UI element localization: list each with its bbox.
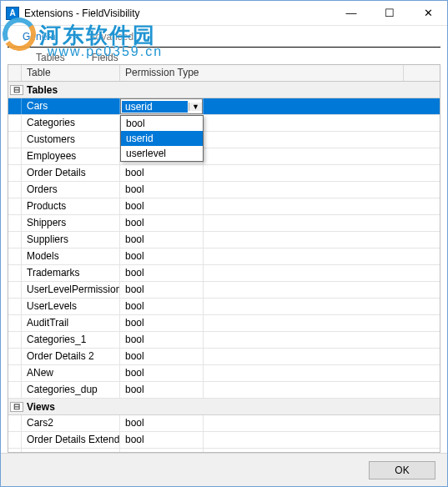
subtab-fields[interactable]: Fields	[78, 49, 132, 66]
titlebar: A Extensions - FieldVisibility — ☐ ✕	[1, 1, 447, 26]
cell-table-name: Order Details 2	[22, 349, 120, 364]
cell-permission-type[interactable]: bool	[120, 332, 204, 348]
cell-table-name: Trademarks	[22, 265, 120, 281]
combobox-value: userid	[122, 101, 188, 113]
subtab-tables[interactable]: Tables	[23, 49, 78, 66]
button-bar: OK	[1, 453, 447, 486]
cell-permission-type[interactable]: bool	[120, 415, 204, 431]
row-gutter	[8, 382, 22, 398]
dropdown-option[interactable]: bool	[121, 116, 203, 131]
cell-permission-type[interactable]: bool	[120, 315, 204, 331]
row-gutter	[8, 249, 22, 264]
row-gutter	[8, 365, 22, 381]
cell-permission-type[interactable]: bool	[120, 249, 204, 264]
window: 河东软件园 www.pc0359.cn A Extensions - Field…	[0, 0, 448, 487]
row-gutter	[8, 332, 22, 348]
permission-type-combobox[interactable]: userid▼	[120, 98, 203, 114]
group-toggle-icon[interactable]: ⊟	[10, 85, 23, 95]
cell-permission-type[interactable]: bool	[120, 382, 204, 398]
maximize-button[interactable]: ☐	[370, 1, 409, 25]
group-row[interactable]: ⊟Tables	[8, 82, 440, 98]
row-gutter	[8, 299, 22, 314]
cell-permission-type[interactable]: bool	[120, 232, 204, 248]
cell-table-name: Products	[22, 198, 120, 214]
table-row[interactable]: Employeesbool	[8, 148, 440, 165]
cell-table-name: Orders	[22, 182, 120, 198]
cell-permission-type[interactable]: bool	[120, 165, 204, 181]
cell-table-name: Categories	[22, 115, 120, 131]
cell-table-name: Orders2	[22, 449, 120, 452]
close-button[interactable]: ✕	[409, 1, 447, 25]
group-toggle-icon[interactable]: ⊟	[10, 402, 23, 412]
table-row[interactable]: AuditTrailbool	[8, 315, 440, 332]
table-row[interactable]: Modelsbool	[8, 249, 440, 265]
dropdown-option[interactable]: userid	[121, 131, 203, 146]
row-gutter	[8, 432, 22, 448]
table-row[interactable]: Trademarksbool	[8, 265, 440, 282]
table-row[interactable]: Categories_1bool	[8, 332, 440, 349]
cell-table-name: Models	[22, 249, 120, 264]
cell-permission-type[interactable]: bool	[120, 432, 204, 448]
dropdown-option[interactable]: userlevel	[121, 146, 203, 161]
row-gutter	[8, 282, 22, 298]
cell-table-name: Suppliers	[22, 232, 120, 248]
table-row[interactable]: Customersbool	[8, 132, 440, 148]
table-row[interactable]: Shippersbool	[8, 215, 440, 232]
grid-header-table[interactable]: Table	[22, 65, 120, 81]
table-row[interactable]: Order Detailsbool	[8, 165, 440, 182]
row-gutter	[8, 265, 22, 281]
tab-advanced[interactable]: Advanced	[74, 28, 148, 47]
chevron-down-icon[interactable]: ▼	[189, 103, 202, 111]
cell-permission-type[interactable]: bool	[120, 215, 204, 231]
grid-body[interactable]: ⊟TablesCarsuserid▼CategoriesboolCustomer…	[8, 82, 440, 452]
cell-table-name: Categories_dup	[22, 382, 120, 398]
cell-permission-type[interactable]: bool	[120, 265, 204, 281]
cell-table-name: Cars	[22, 98, 120, 114]
group-row[interactable]: ⊟Views	[8, 399, 440, 415]
row-gutter	[8, 232, 22, 248]
cell-permission-type[interactable]: bool	[120, 449, 204, 452]
row-gutter	[8, 349, 22, 364]
cell-permission-type[interactable]: userid▼	[120, 98, 204, 114]
grid-header: Table Permission Type	[8, 65, 440, 82]
minimize-button[interactable]: —	[332, 1, 370, 25]
cell-table-name: Order Details Extended	[22, 432, 120, 448]
cell-table-name: ANew	[22, 365, 120, 381]
cell-table-name: UserLevels	[22, 299, 120, 314]
cell-table-name: AuditTrail	[22, 315, 120, 331]
table-row[interactable]: Carsuserid▼	[8, 98, 440, 115]
table-row[interactable]: Order Details Extendedbool	[8, 432, 440, 449]
table-row[interactable]: Categoriesbool	[8, 115, 440, 132]
grid-header-permission-type[interactable]: Permission Type	[120, 65, 404, 81]
row-gutter	[8, 198, 22, 214]
cell-permission-type[interactable]: bool	[120, 299, 204, 314]
cell-table-name: Cars2	[22, 415, 120, 431]
row-gutter	[8, 415, 22, 431]
table-row[interactable]: Ordersbool	[8, 182, 440, 198]
table-row[interactable]: ANewbool	[8, 365, 440, 382]
row-gutter	[8, 115, 22, 131]
table-row[interactable]: Categories_dupbool	[8, 382, 440, 399]
permission-type-dropdown[interactable]: booluseriduserlevel	[120, 115, 204, 162]
row-gutter	[8, 215, 22, 231]
table-row[interactable]: Suppliersbool	[8, 232, 440, 249]
cell-permission-type[interactable]: bool	[120, 365, 204, 381]
row-gutter	[8, 148, 22, 164]
cell-table-name: Order Details	[22, 165, 120, 181]
cell-permission-type[interactable]: bool	[120, 198, 204, 214]
group-label: Views	[25, 401, 55, 413]
table-row[interactable]: Orders2bool	[8, 449, 440, 452]
table-row[interactable]: Order Details 2bool	[8, 349, 440, 365]
cell-table-name: Categories_1	[22, 332, 120, 348]
table-row[interactable]: Cars2bool	[8, 415, 440, 432]
cell-table-name: Shippers	[22, 215, 120, 231]
ok-button[interactable]: OK	[369, 461, 435, 479]
tab-general[interactable]: General	[8, 28, 73, 47]
cell-permission-type[interactable]: bool	[120, 282, 204, 298]
cell-permission-type[interactable]: bool	[120, 182, 204, 198]
table-row[interactable]: UserLevelsbool	[8, 299, 440, 315]
cell-permission-type[interactable]: bool	[120, 349, 204, 364]
table-row[interactable]: UserLevelPermissionsbool	[8, 282, 440, 299]
window-title: Extensions - FieldVisibility	[24, 8, 332, 19]
table-row[interactable]: Productsbool	[8, 198, 440, 215]
